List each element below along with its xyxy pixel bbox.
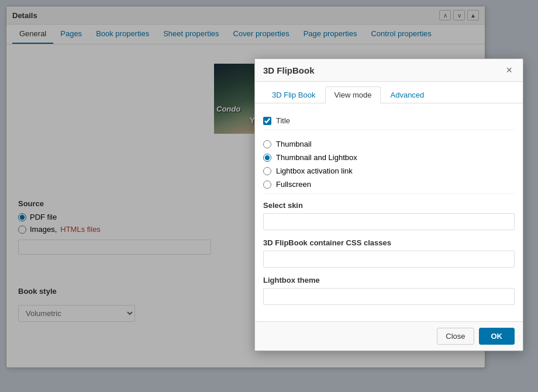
modal-tab-viewmode[interactable]: View mode: [325, 86, 380, 103]
view-thumbnail-label: Thumbnail: [276, 140, 312, 148]
view-mode-radio-group: Thumbnail Thumbnail and Lightbox Lightbo…: [263, 135, 515, 194]
view-lightbox-link-option[interactable]: Lightbox activation link: [263, 166, 515, 175]
modal-close-button[interactable]: ×: [503, 65, 515, 75]
view-thumbnail-lightbox-option[interactable]: Thumbnail and Lightbox: [263, 153, 515, 162]
view-lightbox-link-label: Lightbox activation link: [276, 166, 353, 175]
title-checkbox-label: Title: [276, 116, 290, 125]
footer-close-button[interactable]: Close: [437, 328, 474, 345]
view-fullscreen-radio[interactable]: [263, 181, 271, 189]
modal-body: Title Thumbnail Thumbnail and Lightbox L…: [255, 103, 523, 321]
modal-tabs: 3D Flip Book View mode Advanced: [255, 82, 523, 103]
modal-header: 3D FlipBook ×: [255, 59, 523, 82]
modal-tab-flipbook[interactable]: 3D Flip Book: [263, 86, 324, 103]
select-skin-section: Select skin default: [263, 201, 515, 230]
lightbox-theme-section: Lightbox theme Dark Glass Box: [263, 276, 515, 305]
title-checkbox-row: Title: [263, 112, 515, 130]
view-thumbnail-lightbox-radio[interactable]: [263, 154, 271, 162]
lightbox-theme-label: Lightbox theme: [263, 276, 515, 285]
css-classes-input[interactable]: [263, 251, 515, 268]
footer-ok-button[interactable]: OK: [479, 328, 515, 345]
css-classes-section: 3D FlipBook container CSS classes: [263, 238, 515, 268]
select-skin-label: Select skin: [263, 201, 515, 210]
lightbox-theme-input[interactable]: Dark Glass Box: [263, 288, 515, 305]
view-thumbnail-lightbox-label: Thumbnail and Lightbox: [276, 153, 357, 162]
view-lightbox-link-radio[interactable]: [263, 167, 271, 175]
modal-dialog: 3D FlipBook × 3D Flip Book View mode Adv…: [254, 58, 523, 351]
modal-footer: Close OK: [255, 321, 523, 351]
css-classes-label: 3D FlipBook container CSS classes: [263, 238, 515, 247]
view-thumbnail-option[interactable]: Thumbnail: [263, 140, 515, 148]
modal-tab-advanced[interactable]: Advanced: [382, 86, 433, 103]
select-skin-input[interactable]: default: [263, 213, 515, 230]
title-checkbox[interactable]: [263, 117, 271, 125]
modal-title: 3D FlipBook: [263, 65, 315, 75]
view-fullscreen-label: Fullscreen: [276, 180, 311, 189]
view-fullscreen-option[interactable]: Fullscreen: [263, 180, 515, 189]
view-thumbnail-radio[interactable]: [263, 140, 271, 148]
